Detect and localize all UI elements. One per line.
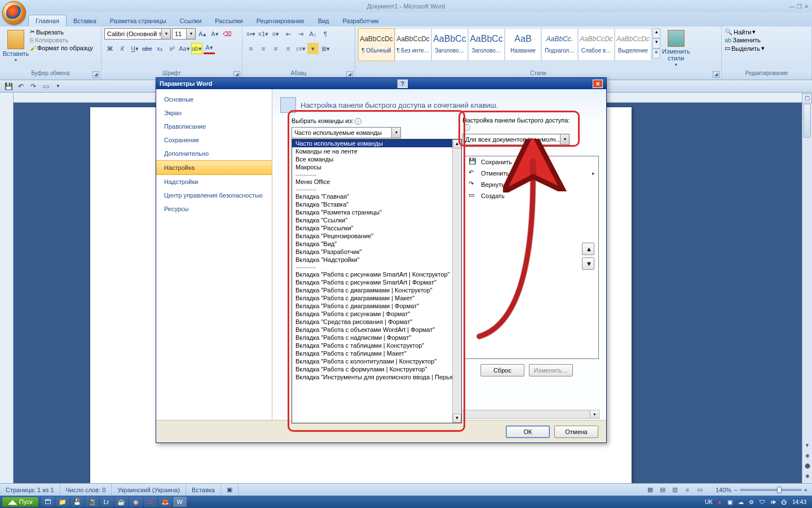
qat-list-item[interactable]: 💾Сохранить: [465, 156, 598, 168]
ribbon-tab-Вставка[interactable]: Вставка: [67, 15, 103, 27]
dropdown-option[interactable]: Вкладка "Рассылки": [292, 224, 461, 232]
scroll-thumb[interactable]: [804, 104, 811, 138]
qat-undo-icon[interactable]: ↶: [16, 81, 26, 91]
browse-object-icon[interactable]: ⬤: [802, 463, 812, 473]
move-up-button[interactable]: ▲: [582, 243, 594, 255]
info-icon[interactable]: i: [355, 118, 361, 125]
taskbar-app-icon[interactable]: O: [144, 497, 157, 507]
ok-button[interactable]: ОК: [506, 426, 550, 438]
dropdown-option[interactable]: Вкладка "Средства рисования | Формат": [292, 318, 461, 326]
status-macro-icon[interactable]: ▣: [221, 484, 239, 496]
dropdown-option[interactable]: Вкладка "Главная": [292, 192, 461, 200]
align-justify-icon[interactable]: ≡: [283, 43, 294, 54]
dialog-help-icon[interactable]: ?: [398, 80, 408, 88]
grow-font-icon[interactable]: A▴: [197, 28, 208, 40]
clear-format-icon[interactable]: ⌫: [222, 28, 233, 40]
ruler-toggle-icon[interactable]: ▢: [802, 93, 812, 103]
cut-button[interactable]: ✂ Вырезать: [30, 28, 93, 36]
qat-save-icon[interactable]: 💾: [3, 81, 14, 91]
view-web-icon[interactable]: ▥: [669, 484, 681, 496]
cancel-button[interactable]: Отмена: [554, 426, 598, 438]
qat-current-list[interactable]: 💾Сохранить↶Отменить▸↷Вернуть▭Создать: [465, 156, 599, 359]
ribbon-tab-Разметка страницы[interactable]: Разметка страницы: [103, 15, 173, 27]
reset-button[interactable]: Сброс: [480, 364, 524, 376]
zoom-out-icon[interactable]: −: [734, 487, 737, 493]
taskbar-app-icon[interactable]: 🗔: [41, 497, 55, 507]
sort-icon[interactable]: A↓: [307, 28, 319, 40]
dropdown-option[interactable]: Вкладка "Вставка": [292, 200, 461, 208]
format-painter-button[interactable]: 🖌 Формат по образцу: [30, 45, 93, 51]
dropdown-option[interactable]: Вкладка "Ссылки": [292, 216, 461, 224]
style-Название[interactable]: АаВНазвание: [505, 28, 541, 61]
qat-list-item[interactable]: ▭Создать: [465, 190, 598, 202]
paste-button[interactable]: Вставить ▼: [3, 28, 29, 64]
dropdown-option[interactable]: Вкладка "Работа с диаграммами | Конструк…: [292, 286, 461, 294]
align-right-icon[interactable]: ≡: [270, 43, 281, 54]
office-button[interactable]: [2, 1, 26, 25]
ribbon-tab-Вид[interactable]: Вид: [311, 15, 336, 27]
style-gallery-nav[interactable]: ▴: [652, 28, 660, 38]
dropdown-option[interactable]: Команды не на ленте: [292, 147, 461, 155]
taskbar-word-icon[interactable]: W: [173, 497, 187, 507]
qat-list-item[interactable]: ↶Отменить▸: [465, 168, 598, 179]
tray-icon[interactable]: ⏻: [779, 497, 788, 506]
dropdown-option[interactable]: Вкладка "Инструменты для рукописного вво…: [292, 373, 461, 381]
ribbon-tab-Рассылки[interactable]: Рассылки: [208, 15, 249, 27]
dropdown-option[interactable]: Макросы: [292, 163, 461, 171]
style-¶ Без инте…[interactable]: AaBbCcDc¶ Без инте…: [395, 28, 431, 61]
highlight-icon[interactable]: ab▾: [191, 43, 202, 54]
dropdown-option[interactable]: Вкладка "Работа с колонтитулами | Констр…: [292, 357, 461, 365]
taskbar-app-icon[interactable]: 💾: [70, 497, 84, 507]
line-spacing-icon[interactable]: ↕≡▾: [295, 43, 306, 54]
dialog-category-Дополнительно[interactable]: Дополнительно: [156, 147, 272, 160]
pilcrow-icon[interactable]: ¶: [320, 28, 331, 40]
scroll-up-icon[interactable]: ▲: [453, 139, 461, 148]
dropdown-option[interactable]: Вкладка "Работа с формулами | Конструкто…: [292, 365, 461, 373]
tray-icon[interactable]: ▣: [726, 497, 735, 506]
dropdown-option[interactable]: Вкладка "Разработчик": [292, 248, 461, 256]
customize-qat-combo[interactable]: Для всех документов (по умолч…▾: [462, 134, 570, 145]
dropdown-option[interactable]: Часто используемые команды: [292, 139, 461, 147]
dropdown-option[interactable]: Вкладка "Разметка страницы": [292, 208, 461, 216]
styles-dialog-launcher[interactable]: ◢: [713, 71, 720, 78]
change-case-icon[interactable]: Aa▾: [179, 43, 190, 54]
tray-icon[interactable]: ☁: [736, 497, 745, 506]
status-page[interactable]: Страница: 1 из 1: [0, 484, 60, 496]
indent-inc-icon[interactable]: ⇥: [295, 28, 306, 40]
style-Выделение[interactable]: AaBbCcDcВыделение: [615, 28, 651, 61]
dialog-close-icon[interactable]: ✕: [593, 80, 603, 88]
shrink-font-icon[interactable]: A▾: [209, 28, 220, 40]
style-Подзагол…[interactable]: AaBbCc.Подзагол…: [541, 28, 578, 61]
style-gallery-nav[interactable]: ▾: [652, 38, 660, 49]
tray-icon[interactable]: ⚙: [747, 497, 756, 506]
style-Заголово…[interactable]: AaBbCcЗаголово…: [468, 28, 505, 61]
tray-icon[interactable]: 🔺: [715, 497, 724, 506]
dropdown-option[interactable]: Все команды: [292, 155, 461, 163]
view-draft-icon[interactable]: ▭: [694, 484, 705, 496]
tray-clock[interactable]: 14:43: [790, 497, 809, 506]
qat-redo-icon[interactable]: ↷: [28, 81, 38, 91]
start-button[interactable]: ◢◣Пуск: [2, 497, 38, 507]
zoom-percent[interactable]: 140%: [716, 487, 731, 493]
chevron-down-icon[interactable]: ▾: [391, 128, 400, 138]
copy-button[interactable]: ⎘ Копировать: [30, 37, 93, 43]
indent-dec-icon[interactable]: ⇤: [283, 28, 294, 40]
window-min-icon[interactable]: —: [789, 3, 795, 10]
ribbon-tab-Разработчик[interactable]: Разработчик: [336, 15, 386, 27]
taskbar-app-icon[interactable]: 📓: [85, 497, 99, 507]
chevron-down-icon[interactable]: ▾: [560, 134, 569, 144]
dropdown-scrollbar[interactable]: ▲▼: [452, 139, 461, 423]
subscript-icon[interactable]: x₂: [154, 43, 165, 54]
style-gallery-nav[interactable]: ≡: [652, 49, 660, 59]
taskbar-app-icon[interactable]: 📁: [56, 497, 69, 507]
dialog-category-Сохранение[interactable]: Сохранение: [156, 133, 272, 147]
style-Слабое в…[interactable]: AaBbCcDcСлабое в…: [578, 28, 615, 61]
dropdown-option[interactable]: Вкладка "Работа с рисунками | Формат": [292, 310, 461, 318]
tray-lang[interactable]: UK: [704, 497, 713, 506]
choose-commands-dropdown[interactable]: Часто используемые командыКоманды не на …: [292, 139, 462, 423]
style-¶ Обычный[interactable]: AaBbCcDc¶ Обычный: [358, 28, 395, 61]
ribbon-tab-Рецензирование[interactable]: Рецензирование: [250, 15, 311, 27]
dropdown-option[interactable]: Вкладка "Работа с объектами WordArt | Фо…: [292, 326, 461, 334]
status-language[interactable]: Украинский (Украина): [112, 484, 186, 496]
taskbar-app-icon[interactable]: ☕: [114, 497, 128, 507]
